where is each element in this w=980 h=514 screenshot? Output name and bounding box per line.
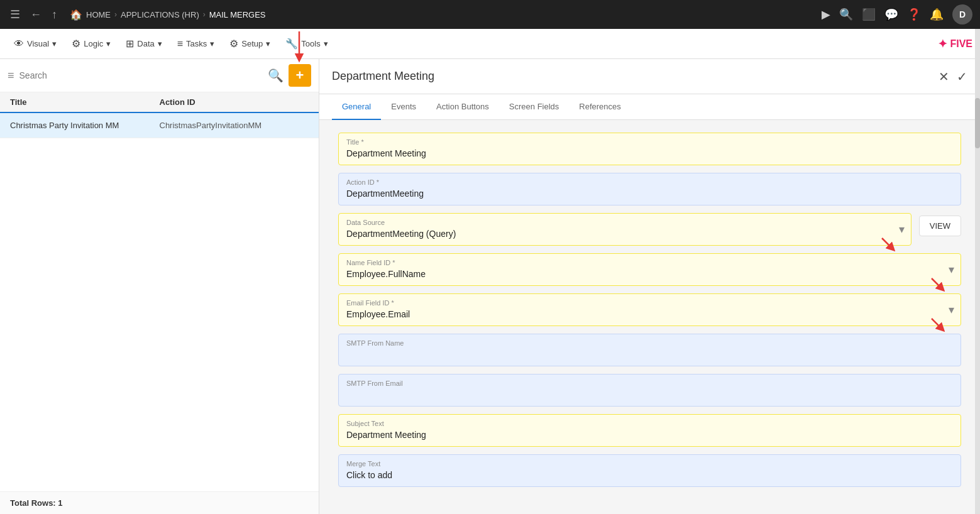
avatar[interactable]: D — [952, 4, 972, 25]
name-field-id-field[interactable]: Name Field ID * Employee.FullName ▾ — [338, 253, 961, 286]
search-bar: ≡ 🔍 + — [0, 59, 319, 92]
tasks-dropdown-icon: ▾ — [210, 39, 214, 48]
breadcrumb-home[interactable]: 🏠 HOME — [70, 9, 111, 21]
tools-dropdown-icon: ▾ — [324, 39, 328, 48]
breadcrumb-sep-1: › — [114, 10, 117, 19]
view-button[interactable]: VIEW — [919, 216, 961, 236]
subject-text-value: Department Meeting — [346, 430, 953, 440]
data-source-value: DepartmentMeeting (Query) — [346, 229, 903, 239]
visual-dropdown-icon: ▾ — [52, 39, 57, 48]
svg-line-7 — [932, 319, 942, 329]
subject-text-field[interactable]: Subject Text Department Meeting — [338, 414, 961, 447]
smtp-from-name-label: SMTP From Name — [346, 339, 953, 347]
logic-menu[interactable]: ⚙ Logic ▾ — [65, 34, 117, 53]
smtp-from-email-field[interactable]: SMTP From Email — [338, 374, 961, 407]
action-id-field[interactable]: Action ID * DepartmentMeeting — [338, 173, 961, 205]
data-icon: ⊞ — [126, 38, 134, 50]
smtp-from-email-value — [346, 390, 953, 400]
tasks-menu[interactable]: ≡ Tasks ▾ — [171, 35, 221, 53]
data-source-label: Data Source — [346, 219, 903, 226]
merge-text-field[interactable]: Merge Text Click to add — [338, 454, 961, 487]
main-container: ≡ 🔍 + Title — [0, 59, 980, 514]
row-action-id: ChristmasPartyInvitationMM — [160, 121, 309, 130]
back-icon[interactable]: ← — [28, 6, 44, 24]
scrollbar-thumb[interactable] — [975, 98, 980, 148]
right-header-actions: ✕ ✓ — [939, 69, 967, 84]
confirm-icon[interactable]: ✓ — [957, 69, 967, 84]
tabs-bar: General Events Action Buttons Screen Fie… — [319, 94, 980, 120]
name-field-id-label: Name Field ID * — [346, 259, 953, 266]
tab-references[interactable]: References — [569, 94, 630, 120]
left-panel: ≡ 🔍 + Title — [0, 59, 319, 514]
smtp-from-name-field[interactable]: SMTP From Name — [338, 334, 961, 366]
setup-dropdown-icon: ▾ — [266, 39, 270, 48]
col-action-id-header: Action ID — [160, 97, 309, 107]
row-title: Christmas Party Invitation MM — [10, 121, 160, 130]
chat-icon[interactable]: 💬 — [884, 8, 898, 21]
right-panel: Department Meeting ✕ ✓ General Events Ac… — [319, 59, 980, 514]
action-id-value: DepartmentMeeting — [346, 189, 953, 199]
add-button[interactable]: + — [289, 64, 311, 87]
subject-text-label: Subject Text — [346, 420, 953, 427]
search-nav-icon[interactable]: 🔍 — [839, 8, 853, 21]
breadcrumb: 🏠 HOME › APPLICATIONS (HR) › MAIL MERGES — [70, 9, 817, 21]
data-source-row: Data Source DepartmentMeeting (Query) ▾ — [338, 213, 961, 246]
tab-action-buttons[interactable]: Action Buttons — [426, 94, 499, 120]
setup-icon: ⚙ — [229, 38, 238, 50]
table-header: Title Action ID — [0, 92, 319, 113]
right-panel-title: Department Meeting — [332, 70, 434, 83]
svg-line-3 — [882, 238, 892, 248]
visual-menu[interactable]: 👁 Visual ▾ — [8, 35, 63, 53]
toolbar: 👁 Visual ▾ ⚙ Logic ▾ ⊞ Data ▾ ≡ Tasks ▾ … — [0, 29, 980, 59]
logic-icon: ⚙ — [72, 38, 80, 50]
breadcrumb-applications[interactable]: APPLICATIONS (HR) — [121, 10, 199, 19]
col-title-header: Title — [10, 97, 160, 107]
email-field-id-label: Email Field ID * — [346, 299, 953, 307]
setup-menu[interactable]: ⚙ Setup ▾ — [223, 34, 277, 53]
stop-icon[interactable]: ⬛ — [862, 8, 876, 21]
smtp-from-email-label: SMTP From Email — [346, 380, 953, 387]
smtp-from-name-value — [346, 349, 953, 359]
tab-events[interactable]: Events — [381, 94, 426, 120]
filter-icon: ≡ — [8, 69, 14, 82]
svg-line-5 — [932, 278, 942, 288]
home-icon: 🏠 — [70, 9, 82, 21]
right-header: Department Meeting ✕ ✓ — [319, 59, 980, 94]
breadcrumb-mail-merges[interactable]: MAIL MERGES — [209, 10, 266, 19]
table-row[interactable]: Christmas Party Invitation MM ChristmasP… — [0, 113, 319, 138]
title-value: Department Meeting — [346, 148, 953, 158]
name-field-dropdown-icon[interactable]: ▾ — [949, 263, 954, 276]
merge-text-label: Merge Text — [346, 460, 953, 468]
tab-general[interactable]: General — [332, 94, 381, 120]
name-field-id-value: Employee.FullName — [346, 269, 953, 279]
top-nav: ☰ ← ↑ 🏠 HOME › APPLICATIONS (HR) › MAIL … — [0, 0, 980, 29]
merge-text-value: Click to add — [346, 470, 953, 480]
tools-menu[interactable]: 🔧 Tools ▾ — [279, 34, 334, 53]
breadcrumb-sep-2: › — [203, 10, 206, 19]
visual-icon: 👁 — [14, 38, 24, 50]
hamburger-icon[interactable]: ☰ — [8, 5, 23, 24]
data-source-dropdown-icon[interactable]: ▾ — [899, 222, 905, 236]
title-field[interactable]: Title * Department Meeting — [338, 133, 961, 165]
tab-screen-fields[interactable]: Screen Fields — [499, 94, 569, 120]
forward-icon[interactable]: ↑ — [49, 6, 60, 24]
search-input[interactable] — [19, 70, 263, 80]
data-source-field[interactable]: Data Source DepartmentMeeting (Query) ▾ — [338, 213, 911, 246]
five-star-icon: ✦ — [938, 37, 947, 51]
tools-icon: 🔧 — [285, 38, 298, 50]
table-body: Christmas Party Invitation MM ChristmasP… — [0, 113, 319, 491]
email-field-id-value: Employee.Email — [346, 309, 953, 319]
scrollbar-track — [975, 59, 980, 514]
play-icon[interactable]: ▶ — [822, 8, 830, 21]
search-icon[interactable]: 🔍 — [268, 68, 284, 83]
data-menu[interactable]: ⊞ Data ▾ — [119, 34, 168, 53]
table-footer: Total Rows: 1 — [0, 491, 319, 514]
notifications-icon[interactable]: 🔔 — [930, 8, 944, 21]
tasks-icon: ≡ — [177, 38, 183, 50]
five-logo: ✦ FIVE — [938, 37, 972, 51]
help-icon[interactable]: ❓ — [907, 8, 921, 21]
email-field-id-field[interactable]: Email Field ID * Employee.Email ▾ — [338, 293, 961, 326]
title-label: Title * — [346, 138, 953, 146]
close-icon[interactable]: ✕ — [939, 69, 949, 84]
email-field-dropdown-icon[interactable]: ▾ — [949, 303, 954, 317]
